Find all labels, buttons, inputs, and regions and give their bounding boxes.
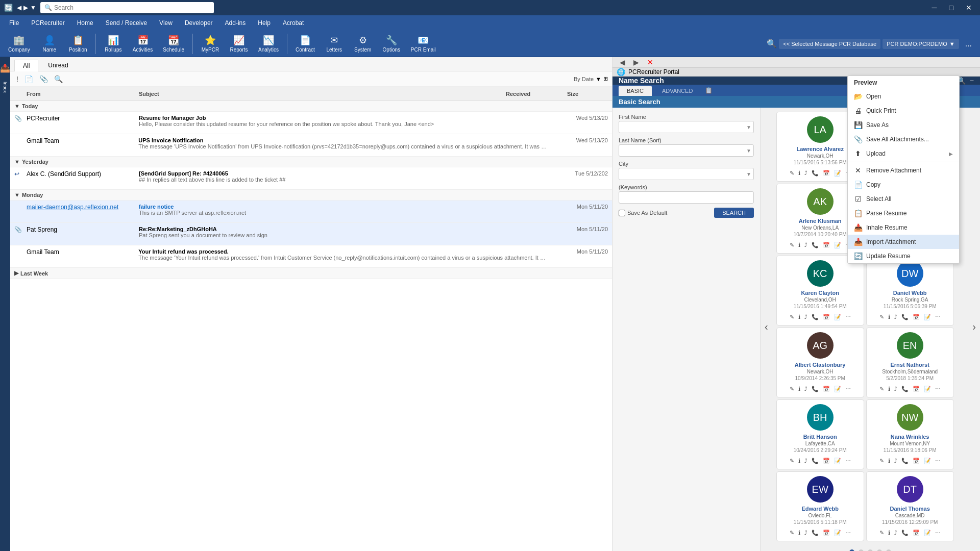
action-phone[interactable]: 📞 (810, 169, 820, 177)
action-info[interactable]: ℹ (797, 313, 802, 321)
search-header-icon-4[interactable]: − (970, 77, 974, 85)
ribbon-activities[interactable]: 📅 Activities (129, 33, 157, 55)
minimize-btn[interactable]: ─ (928, 2, 941, 14)
person-card[interactable]: KC Karen Clayton Cleveland,OH 11/15/2016… (776, 256, 864, 325)
action-note[interactable]: 📝 (922, 457, 933, 465)
email-row[interactable]: Gmail Team UPS Invoice Notification The … (10, 134, 612, 157)
action-more[interactable]: ⋯ (934, 313, 942, 321)
menu-file[interactable]: File (4, 17, 24, 29)
context-menu-item-saveAs[interactable]: 💾 Save As (848, 118, 959, 132)
ribbon-schedule[interactable]: 📆 Schedule (159, 33, 188, 55)
ribbon-letters[interactable]: ✉ Letters (321, 33, 348, 55)
db-name-dropdown[interactable]: PCR DEMO:PCRDEMO ▼ (883, 39, 959, 49)
ribbon-company[interactable]: 🏢 Company (4, 33, 34, 55)
city-dropdown-icon[interactable]: ▼ (746, 171, 751, 177)
action-info[interactable]: ℹ (797, 169, 802, 177)
action-move[interactable]: ⤴ (893, 457, 899, 465)
menu-addins[interactable]: Add-ins (220, 17, 251, 29)
action-calendar[interactable]: 📅 (911, 529, 921, 537)
action-info[interactable]: ℹ (887, 313, 892, 321)
portal-stop-btn[interactable]: ✕ (644, 57, 656, 67)
search-button[interactable]: SEARCH (714, 208, 754, 218)
action-note[interactable]: 📝 (922, 385, 933, 393)
action-phone[interactable]: 📞 (900, 529, 910, 537)
action-edit[interactable]: ✎ (788, 169, 796, 177)
action-calendar[interactable]: 📅 (911, 385, 921, 393)
context-menu-item-open[interactable]: 📂 Open (848, 89, 959, 104)
person-card[interactable]: EN Ernst Nathorst Stockholm,Södermaland … (866, 328, 954, 397)
action-note[interactable]: 📝 (832, 169, 843, 177)
maximize-btn[interactable]: □ (945, 2, 958, 14)
menu-send-receive[interactable]: Send / Receive (101, 17, 152, 29)
search-input[interactable] (54, 4, 210, 11)
save-as-default-checkbox[interactable]: Save As Default (619, 210, 667, 216)
action-more[interactable]: ⋯ (844, 457, 852, 465)
search-icon-ribbon[interactable]: 🔍 (767, 39, 777, 48)
dropdown-icon[interactable]: ▼ (30, 4, 36, 11)
context-menu-item-saveAllAttachments[interactable]: 📎 Save All Attachments... (848, 132, 959, 146)
action-note[interactable]: 📝 (832, 457, 843, 465)
context-menu-item-removeAttachment[interactable]: ✕ Remove Attachment (848, 163, 959, 178)
person-card[interactable]: AG Albert Glastonbury Newark,OH 10/9/201… (776, 328, 864, 397)
ribbon-contract[interactable]: 📄 Contract (291, 33, 319, 55)
action-calendar[interactable]: 📅 (821, 169, 831, 177)
action-edit[interactable]: ✎ (878, 529, 886, 537)
forward-icon[interactable]: ▶ (23, 4, 28, 11)
email-row[interactable]: 📎 Pat Spreng Re:Re:Marketing_zDhGHoHA Pa… (10, 223, 612, 245)
person-card[interactable]: DT Daniel Thomas Cascade,MD 11/15/2016 1… (866, 471, 954, 541)
action-info[interactable]: ℹ (887, 457, 892, 465)
person-card[interactable]: EW Edward Webb Oviedo,FL 11/15/2016 5:11… (776, 471, 864, 541)
action-move[interactable]: ⤴ (803, 457, 809, 465)
lastname-dropdown-icon[interactable]: ▼ (746, 148, 751, 154)
action-more[interactable]: ⋯ (934, 385, 942, 393)
email-row[interactable]: ↩ Alex C. (SendGrid Support) [SendGrid S… (10, 167, 612, 190)
action-move[interactable]: ⤴ (803, 169, 809, 177)
action-move[interactable]: ⤴ (893, 385, 899, 393)
search-tab-advanced[interactable]: ADVANCED (654, 86, 701, 96)
selected-message-dropdown[interactable]: << Selected Message PCR Database (779, 39, 880, 49)
ribbon-name[interactable]: 👤 Name (36, 33, 63, 55)
context-menu-item-updateResume[interactable]: 🔄 Update Resume (848, 249, 959, 263)
action-move[interactable]: ⤴ (893, 529, 899, 537)
email-tab-all[interactable]: All (14, 60, 38, 71)
action-edit[interactable]: ✎ (788, 313, 796, 321)
toolbar-btn-3[interactable]: 📎 (37, 74, 50, 84)
ribbon-pcrEmail[interactable]: 📧 PCR Email (407, 33, 440, 55)
firstname-dropdown-icon[interactable]: ▼ (746, 124, 751, 130)
menu-home[interactable]: Home (72, 17, 99, 29)
action-phone[interactable]: 📞 (810, 529, 820, 537)
keywords-input[interactable] (619, 191, 754, 204)
action-info[interactable]: ℹ (887, 385, 892, 393)
carousel-next-btn[interactable]: › (968, 317, 980, 337)
toolbar-btn-4[interactable]: 🔍 (52, 74, 65, 84)
action-move[interactable]: ⤴ (803, 385, 809, 393)
action-phone[interactable]: 📞 (900, 313, 910, 321)
menu-pcrecruiter[interactable]: PCRecruiter (26, 17, 69, 29)
action-calendar[interactable]: 📅 (821, 241, 831, 249)
action-more[interactable]: ⋯ (934, 529, 942, 537)
menu-help[interactable]: Help (253, 17, 276, 29)
ribbon-position[interactable]: 📋 Position (65, 33, 91, 55)
action-move[interactable]: ⤴ (803, 241, 809, 249)
action-edit[interactable]: ✎ (788, 385, 796, 393)
action-note[interactable]: 📝 (832, 529, 843, 537)
action-note[interactable]: 📝 (832, 241, 843, 249)
menu-acrobat[interactable]: Acrobat (278, 17, 309, 29)
app-refresh-icon[interactable]: 🔄 (4, 4, 13, 12)
ribbon-system[interactable]: ⚙ System (350, 33, 376, 55)
context-menu-item-selectAll[interactable]: ☑ Select All (848, 192, 959, 206)
context-menu-item-quickPrint[interactable]: 🖨 Quick Print (848, 104, 959, 118)
title-search-box[interactable]: 🔍 (40, 2, 214, 13)
ribbon-rollups[interactable]: 📊 Rollups (100, 33, 127, 55)
action-move[interactable]: ⤴ (803, 529, 809, 537)
context-menu-item-parseResume[interactable]: 📋 Parse Resume (848, 206, 959, 220)
ribbon-mypcrLabel[interactable]: ⭐ MyPCR (197, 33, 224, 55)
action-calendar[interactable]: 📅 (911, 313, 921, 321)
ribbon-analytics[interactable]: 📉 Analytics (254, 33, 283, 55)
action-calendar[interactable]: 📅 (821, 313, 831, 321)
carousel-prev-btn[interactable]: ‹ (761, 317, 772, 337)
person-card[interactable]: DW Daniel Webb Rock Spring,GA 11/15/2016… (866, 256, 954, 325)
action-calendar[interactable]: 📅 (821, 529, 831, 537)
action-note[interactable]: 📝 (832, 313, 843, 321)
portal-back-btn[interactable]: ◀ (617, 57, 628, 67)
